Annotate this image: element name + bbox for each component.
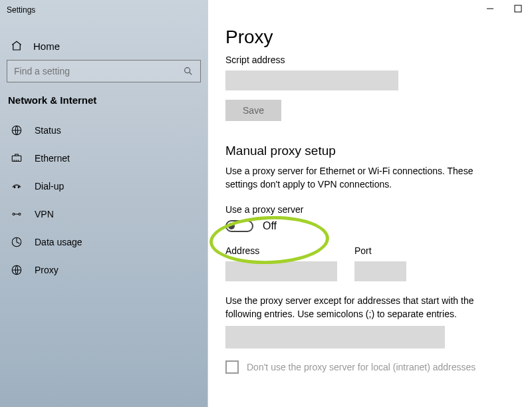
sidebar-item-ethernet[interactable]: Ethernet [0,144,207,172]
manual-proxy-header: Manual proxy setup [225,144,515,158]
home-nav[interactable]: Home [0,35,207,60]
sidebar-item-status[interactable]: Status [0,116,207,144]
sidebar: Settings Home Network & Internet Status [0,0,208,407]
data-usage-icon [11,236,23,248]
exceptions-input[interactable] [225,326,445,348]
svg-rect-9 [515,5,521,12]
sidebar-item-label: Proxy [35,265,59,275]
bypass-local-row: Don't use the proxy server for local (in… [225,360,515,374]
address-port-row: Address Port [225,241,515,281]
bypass-local-checkbox[interactable] [225,360,239,374]
search-container [0,60,207,94]
svg-point-4 [18,187,19,188]
home-icon [11,40,23,52]
sidebar-item-datausage[interactable]: Data usage [0,228,207,256]
address-label: Address [225,245,337,256]
proxy-icon [11,264,23,276]
toggle-knob [228,223,235,229]
window-controls [485,4,523,13]
search-icon [183,66,194,76]
svg-point-3 [14,187,15,188]
search-box[interactable] [7,60,201,82]
use-proxy-toggle[interactable] [225,220,253,232]
script-address-input[interactable] [225,70,398,90]
port-input[interactable] [354,261,406,281]
use-proxy-label: Use a proxy server [225,204,515,215]
search-input[interactable] [14,66,183,76]
save-button[interactable]: Save [225,100,281,121]
toggle-state-label: Off [263,220,277,232]
dialup-icon [11,180,23,192]
sidebar-item-label: Dial-up [35,181,64,192]
maximize-button[interactable] [513,4,523,13]
port-label: Port [354,245,406,256]
settings-window: Settings Home Network & Internet Status [0,0,532,407]
window-title: Settings [0,0,207,20]
home-label: Home [33,41,60,52]
minimize-button[interactable] [485,4,495,13]
manual-proxy-desc: Use a proxy server for Ethernet or Wi-Fi… [225,165,505,191]
ethernet-icon [11,152,23,164]
sidebar-section-title: Network & Internet [0,94,207,116]
sidebar-item-label: Status [35,125,61,136]
svg-point-5 [13,213,15,215]
sidebar-item-label: VPN [35,209,54,219]
exceptions-desc: Use the proxy server except for addresse… [225,295,505,321]
svg-point-0 [185,68,190,73]
vpn-icon [11,208,23,220]
sidebar-item-label: Ethernet [35,153,70,164]
address-input[interactable] [225,261,337,281]
svg-rect-2 [12,156,21,161]
sidebar-item-proxy[interactable]: Proxy [0,256,207,284]
script-address-label: Script address [225,55,515,65]
use-proxy-toggle-row: Off [225,220,515,232]
sidebar-item-dialup[interactable]: Dial-up [0,172,207,200]
sidebar-item-vpn[interactable]: VPN [0,200,207,228]
svg-point-6 [19,213,21,215]
page-title: Proxy [225,27,515,48]
globe-icon [11,124,23,136]
sidebar-item-label: Data usage [35,237,82,247]
bypass-local-label: Don't use the proxy server for local (in… [247,362,475,372]
main-panel: Proxy Script address Save Manual proxy s… [208,0,532,407]
